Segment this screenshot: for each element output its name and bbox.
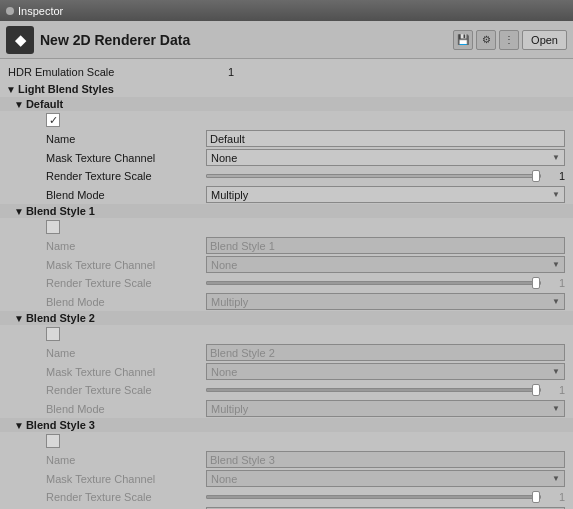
blend1-mask-row: Mask Texture Channel None ▼ xyxy=(0,255,573,274)
blend2-rts-row: Render Texture Scale 1 xyxy=(0,381,573,399)
blend1-blend-label: Blend Mode xyxy=(46,296,206,308)
default-arrow: ▼ xyxy=(14,99,24,110)
blend1-name-row: Name xyxy=(0,236,573,255)
blend2-mask-row: Mask Texture Channel None ▼ xyxy=(0,362,573,381)
blend2-rts-label: Render Texture Scale xyxy=(46,384,206,396)
blend1-blend-value: Multiply ▼ xyxy=(206,293,565,310)
default-rts-label: Render Texture Scale xyxy=(46,170,206,182)
blend3-checkbox-row xyxy=(0,432,573,450)
default-mask-dropdown[interactable]: None ▼ xyxy=(206,149,565,166)
default-name-value xyxy=(206,130,565,147)
default-blend-dropdown-arrow: ▼ xyxy=(552,190,560,199)
blend2-rts-thumb[interactable] xyxy=(532,384,540,396)
blend2-rts-track[interactable] xyxy=(206,388,541,392)
section-blend2: ▼ Blend Style 2 Name Mask Texture Channe… xyxy=(0,311,573,418)
subsection-blend2-header[interactable]: ▼ Blend Style 2 xyxy=(0,311,573,325)
blend3-name-input[interactable] xyxy=(206,451,565,468)
hdr-value: 1 xyxy=(228,66,565,78)
blend2-label: Blend Style 2 xyxy=(26,312,95,324)
blend1-checkbox[interactable] xyxy=(46,220,60,234)
default-rts-row: Render Texture Scale 1 xyxy=(0,167,573,185)
blend2-name-input[interactable] xyxy=(206,344,565,361)
icon-btn-3[interactable]: ⋮ xyxy=(499,30,519,50)
open-button[interactable]: Open xyxy=(522,30,567,50)
blend2-rts-slider-value: 1 xyxy=(545,384,565,396)
blend2-checkbox-row xyxy=(0,325,573,343)
blend3-name-row: Name xyxy=(0,450,573,469)
blend3-rts-value: 1 xyxy=(206,491,565,503)
blend3-mask-dropdown-arrow: ▼ xyxy=(552,474,560,483)
icon-btn-2[interactable]: ⚙ xyxy=(476,30,496,50)
blend2-rts-slider-wrap: 1 xyxy=(206,384,565,396)
blend2-blend-row: Blend Mode Multiply ▼ xyxy=(0,399,573,418)
default-blend-row: Blend Mode Multiply ▼ xyxy=(0,185,573,204)
default-blend-dropdown-text: Multiply xyxy=(211,189,248,201)
blend1-name-label: Name xyxy=(46,240,206,252)
blend2-name-value xyxy=(206,344,565,361)
blend3-rts-label: Render Texture Scale xyxy=(46,491,206,503)
light-blend-styles-label: Light Blend Styles xyxy=(18,83,114,95)
blend2-mask-dropdown-text: None xyxy=(211,366,237,378)
blend3-rts-slider-wrap: 1 xyxy=(206,491,565,503)
blend2-blend-dropdown[interactable]: Multiply ▼ xyxy=(206,400,565,417)
blend3-rts-slider-value: 1 xyxy=(545,491,565,503)
default-checkbox[interactable] xyxy=(46,113,60,127)
header: ◆ New 2D Renderer Data 💾 ⚙ ⋮ Open xyxy=(0,21,573,59)
blend2-checkbox[interactable] xyxy=(46,327,60,341)
blend1-name-input[interactable] xyxy=(206,237,565,254)
blend1-blend-dropdown[interactable]: Multiply ▼ xyxy=(206,293,565,310)
blend1-mask-dropdown[interactable]: None ▼ xyxy=(206,256,565,273)
blend1-rts-track[interactable] xyxy=(206,281,541,285)
default-blend-value: Multiply ▼ xyxy=(206,186,565,203)
blend3-checkbox[interactable] xyxy=(46,434,60,448)
blend3-mask-value: None ▼ xyxy=(206,470,565,487)
default-mask-value: None ▼ xyxy=(206,149,565,166)
blend3-arrow: ▼ xyxy=(14,420,24,431)
icon-btn-1[interactable]: 💾 xyxy=(453,30,473,50)
blend2-mask-label: Mask Texture Channel xyxy=(46,366,206,378)
subsection-default-header[interactable]: ▼ Default xyxy=(0,97,573,111)
light-blend-styles-header[interactable]: ▼ Light Blend Styles xyxy=(0,81,573,97)
blend1-label: Blend Style 1 xyxy=(26,205,95,217)
title-icon xyxy=(6,7,14,15)
blend1-rts-thumb[interactable] xyxy=(532,277,540,289)
blend3-rts-thumb[interactable] xyxy=(532,491,540,503)
default-rts-value: 1 xyxy=(206,170,565,182)
default-name-label: Name xyxy=(46,133,206,145)
default-name-row: Name xyxy=(0,129,573,148)
header-left: ◆ New 2D Renderer Data xyxy=(6,26,190,54)
blend2-mask-dropdown[interactable]: None ▼ xyxy=(206,363,565,380)
blend1-rts-label: Render Texture Scale xyxy=(46,277,206,289)
default-mask-row: Mask Texture Channel None ▼ xyxy=(0,148,573,167)
default-rts-track[interactable] xyxy=(206,174,541,178)
default-rts-slider-wrap: 1 xyxy=(206,170,565,182)
default-name-input[interactable] xyxy=(206,130,565,147)
blend3-rts-track[interactable] xyxy=(206,495,541,499)
default-blend-label: Blend Mode xyxy=(46,189,206,201)
subsection-blend3-header[interactable]: ▼ Blend Style 3 xyxy=(0,418,573,432)
blend3-label: Blend Style 3 xyxy=(26,419,95,431)
blend1-mask-label: Mask Texture Channel xyxy=(46,259,206,271)
content: HDR Emulation Scale 1 ▼ Light Blend Styl… xyxy=(0,59,573,509)
blend2-blend-label: Blend Mode xyxy=(46,403,206,415)
default-checkbox-row xyxy=(0,111,573,129)
title-bar: Inspector xyxy=(0,0,573,21)
default-rts-thumb[interactable] xyxy=(532,170,540,182)
default-mask-dropdown-arrow: ▼ xyxy=(552,153,560,162)
blend2-blend-dropdown-arrow: ▼ xyxy=(552,404,560,413)
subsection-blend1-header[interactable]: ▼ Blend Style 1 xyxy=(0,204,573,218)
title-bar-label: Inspector xyxy=(18,5,63,17)
default-blend-dropdown[interactable]: Multiply ▼ xyxy=(206,186,565,203)
blend3-mask-dropdown[interactable]: None ▼ xyxy=(206,470,565,487)
blend2-blend-dropdown-text: Multiply xyxy=(211,403,248,415)
default-label: Default xyxy=(26,98,63,110)
blend1-mask-dropdown-arrow: ▼ xyxy=(552,260,560,269)
blend3-mask-row: Mask Texture Channel None ▼ xyxy=(0,469,573,488)
blend2-name-label: Name xyxy=(46,347,206,359)
default-mask-label: Mask Texture Channel xyxy=(46,152,206,164)
blend1-rts-slider-wrap: 1 xyxy=(206,277,565,289)
blend1-blend-row: Blend Mode Multiply ▼ xyxy=(0,292,573,311)
blend1-blend-dropdown-text: Multiply xyxy=(211,296,248,308)
blend3-mask-label: Mask Texture Channel xyxy=(46,473,206,485)
default-mask-dropdown-text: None xyxy=(211,152,237,164)
